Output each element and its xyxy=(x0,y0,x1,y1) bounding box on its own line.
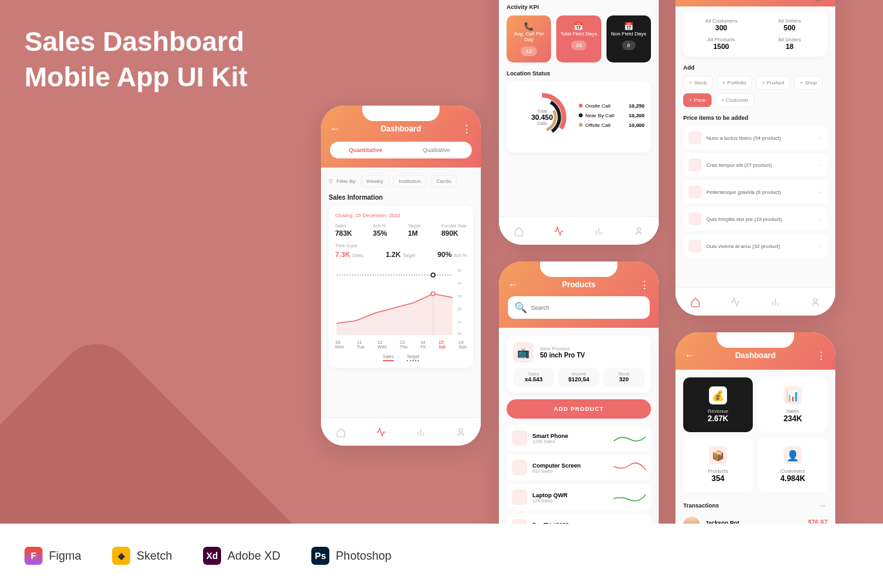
kpi-field-days[interactable]: 📅Total Field Days23 xyxy=(556,15,601,62)
location-title: Location Status xyxy=(507,70,651,77)
chart-icon[interactable] xyxy=(594,226,604,236)
tab-qualitative[interactable]: Qualitative xyxy=(401,142,472,158)
svg-text:3K: 3K xyxy=(458,294,462,298)
grid-icon xyxy=(688,158,701,171)
coins-icon: 💰 xyxy=(709,386,727,404)
svg-text:4K: 4K xyxy=(458,281,462,285)
price-items-title: Price items to be added xyxy=(683,115,828,121)
activity-icon[interactable] xyxy=(376,427,386,437)
svg-point-10 xyxy=(459,428,462,432)
svg-text:0K: 0K xyxy=(458,332,462,336)
filter-weekly[interactable]: Weekly xyxy=(361,175,389,187)
add-product[interactable]: + Product xyxy=(756,76,790,90)
tool-sketch: ◆Sketch xyxy=(112,547,172,565)
home-icon[interactable] xyxy=(336,427,346,437)
filter-label: Filter By: xyxy=(336,178,357,184)
user-icon[interactable] xyxy=(634,226,644,236)
activity-icon[interactable] xyxy=(554,226,564,236)
arrow-right-icon: → xyxy=(817,189,822,195)
add-shop[interactable]: + Shop xyxy=(794,76,822,90)
search-input[interactable] xyxy=(531,305,643,311)
bottom-nav xyxy=(321,417,481,446)
product-row[interactable]: Computer Screen432 Sales xyxy=(507,455,651,480)
arrow-right-icon: → xyxy=(817,135,822,141)
list-item[interactable]: Nunc a luctus libero (54 product)→ xyxy=(683,126,828,149)
products-card[interactable]: 📦Products354 xyxy=(683,437,753,492)
customers-card[interactable]: 👤Customers4.984K xyxy=(758,437,828,492)
grid-icon xyxy=(688,131,701,144)
kpi-non-field[interactable]: 📅Non Field Days8 xyxy=(606,15,651,62)
chart-icon: 📊 xyxy=(784,386,802,404)
user-icon: 👤 xyxy=(784,446,802,464)
tool-figma: FFigma xyxy=(24,547,81,565)
laptop-icon xyxy=(512,489,527,505)
svg-text:1K: 1K xyxy=(458,320,462,324)
user-icon[interactable] xyxy=(810,297,820,307)
arrow-right-icon: → xyxy=(817,243,822,249)
kpi-avg-call[interactable]: 📞Avg. Call Per Day12 xyxy=(507,15,551,62)
kpi-title: Activity KPI xyxy=(507,4,651,10)
tool-ps: PsPhotoshop xyxy=(311,547,391,565)
svg-point-14 xyxy=(637,227,640,231)
revenue-card[interactable]: 💰Revenue2.67K xyxy=(683,377,753,432)
closing-date: Closing: 15 December, 2022 xyxy=(335,213,467,218)
chart-days: 10Mon 11Tue 12Wed 13Thu 14Fri 15Sat 16Su… xyxy=(335,340,467,349)
activity-icon[interactable] xyxy=(730,297,741,307)
product-row[interactable]: Smart Phone1245 Sales xyxy=(507,425,651,451)
menu-icon[interactable]: ⋮ xyxy=(816,350,826,361)
add-customer[interactable]: + Customer xyxy=(715,93,754,107)
home-icon[interactable] xyxy=(514,226,524,236)
phone-dashboard: ← Dashboard ⋮ Quantitative Qualitative ▽… xyxy=(321,106,481,446)
sparkline xyxy=(614,432,646,444)
list-item[interactable]: Duis viverra at arcu (32 product)→ xyxy=(683,234,828,258)
header-title: Dashboard xyxy=(340,124,461,133)
box-icon: 📦 xyxy=(709,446,727,464)
sales-card[interactable]: 📊Sales234K xyxy=(758,377,828,432)
list-item[interactable]: Quis fringilla nisi pre (19 product)→ xyxy=(683,207,828,231)
list-item[interactable]: Pellentesque gravida (8 product)→ xyxy=(683,180,828,204)
sparkline xyxy=(614,491,646,504)
add-price[interactable]: + Price xyxy=(683,93,712,107)
tab-quantitative[interactable]: Quantitative xyxy=(330,142,401,158)
svg-point-15 xyxy=(813,298,817,301)
user-icon[interactable] xyxy=(456,427,466,437)
product-row[interactable]: Laptop QWR124 Sales xyxy=(507,484,651,510)
menu-icon[interactable]: ⋮ xyxy=(461,124,472,134)
menu-icon[interactable]: ⋮ xyxy=(639,280,650,290)
avatar[interactable] xyxy=(811,0,826,1)
screen-icon xyxy=(512,460,527,475)
phone-icon xyxy=(512,430,527,446)
tv-icon: 📺 xyxy=(513,342,534,363)
arrow-right-icon[interactable]: → xyxy=(817,500,828,511)
transactions-title: Transactions xyxy=(683,502,719,509)
add-portfolio[interactable]: + Portfolio xyxy=(717,76,752,90)
sales-info-label: Sales Information xyxy=(329,194,473,201)
svg-text:5K: 5K xyxy=(458,269,462,272)
back-icon[interactable]: ← xyxy=(330,124,340,134)
svg-text:2K: 2K xyxy=(458,307,462,311)
arrow-right-icon: → xyxy=(817,216,822,222)
chart-icon[interactable] xyxy=(416,427,426,437)
grid-icon xyxy=(688,213,701,225)
search-box: 🔍 xyxy=(508,296,650,319)
donut-chart: Total 30.450 Calls xyxy=(513,88,571,146)
filter-cardio[interactable]: Cardio xyxy=(431,175,458,187)
tools-bar: FFigma ◆Sketch XdAdobe XD PsPhotoshop xyxy=(0,524,883,588)
chart-icon[interactable] xyxy=(770,297,781,307)
sales-chart: 5K 4K 3K 2K 1K 0K xyxy=(335,265,467,336)
add-label: Add xyxy=(683,64,828,71)
grid-icon xyxy=(688,240,701,252)
filter-institution[interactable]: Institution xyxy=(393,175,427,187)
home-icon[interactable] xyxy=(690,297,701,307)
back-icon[interactable]: ← xyxy=(684,350,695,361)
back-icon[interactable]: ← xyxy=(508,280,518,290)
svg-point-7 xyxy=(431,273,435,277)
tool-xd: XdAdobe XD xyxy=(203,547,280,565)
filter-icon[interactable]: ▽ xyxy=(329,178,333,184)
page-title: Sales Dashboard Mobile App UI Kit xyxy=(24,24,247,95)
sparkline xyxy=(614,461,646,474)
tabs: Quantitative Qualitative xyxy=(330,142,472,158)
add-product-button[interactable]: ADD PRODUCT xyxy=(507,399,651,419)
add-stock[interactable]: + Stock xyxy=(683,76,713,90)
list-item[interactable]: Cras tempor elit (27 product)→ xyxy=(683,153,828,176)
